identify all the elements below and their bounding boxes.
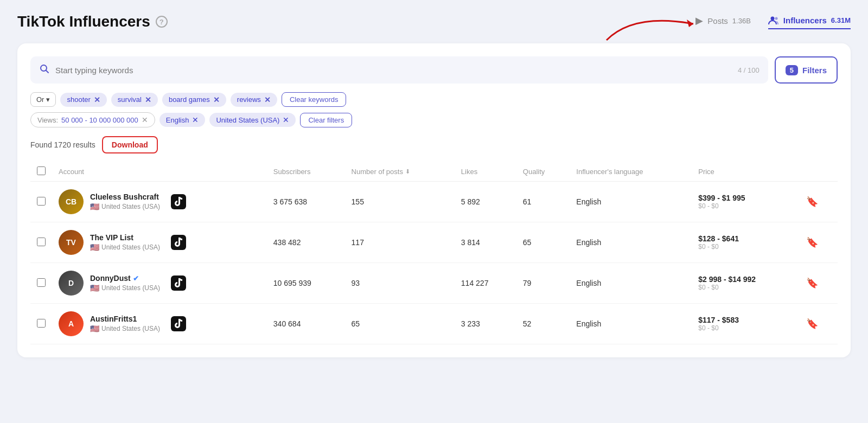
tiktok-icon[interactable] [171,316,186,331]
col-price: Price [692,162,799,182]
bookmark-icon[interactable]: 🔖 [806,318,818,329]
country-filter-tag[interactable]: United States (USA) ✕ [209,113,296,127]
search-input[interactable] [55,66,732,75]
language-filter-remove-icon[interactable]: ✕ [192,116,199,124]
tiktok-icon[interactable] [171,275,186,291]
likes-cell: 3 814 [455,222,516,263]
quality-cell: 52 [516,304,570,344]
avatar: A [59,311,84,336]
language-cell: English [570,222,692,263]
account-country: 🇺🇸 United States (USA) [90,243,160,252]
page-title: TikTok Influencers [17,13,150,30]
filters-label: Filters [802,66,827,75]
price-cell: $2 998 - $14 992 $0 - $0 [692,263,799,304]
tag-survival-remove-icon[interactable]: ✕ [145,95,151,104]
country-filter-remove-icon[interactable]: ✕ [283,116,289,124]
country-flag: 🇺🇸 [90,324,99,333]
country-name: United States (USA) [101,325,160,332]
views-label: Views: [37,116,58,124]
row-checkbox[interactable] [37,278,46,287]
row-checkbox[interactable] [37,197,46,206]
account-name: Clueless Bushcraft [90,193,160,201]
price-cell: $117 - $583 $0 - $0 [692,304,799,344]
price-main: $128 - $641 [698,234,793,243]
views-filter-remove-icon[interactable]: ✕ [142,116,148,124]
filters-badge: 5 [786,65,798,75]
tag-reviews-label: reviews [237,95,261,104]
bookmark-cell[interactable]: 🔖 [800,222,838,263]
bookmark-icon[interactable]: 🔖 [806,278,818,289]
col-posts[interactable]: Number of posts ⬇ [345,162,455,182]
price-cell: $399 - $1 995 $0 - $0 [692,182,799,222]
arrow-annotation [590,8,710,46]
results-count: Found 1720 results [30,140,95,149]
language-cell: English [570,263,692,304]
clear-filters-button[interactable]: Clear filters [300,113,352,127]
quality-cell: 61 [516,182,570,222]
tiktok-icon[interactable] [171,194,186,209]
bookmark-icon[interactable]: 🔖 [806,196,818,207]
account-name: DonnyDust✔ [90,274,160,283]
clear-keywords-button[interactable]: Clear keywords [282,92,347,107]
account-cell: TV The VIP List 🇺🇸 United States (USA) [52,222,267,263]
tag-reviews[interactable]: reviews ✕ [231,93,277,107]
select-all-checkbox[interactable] [37,166,46,175]
tag-survival-label: survival [118,95,142,104]
tiktok-icon[interactable] [171,235,186,250]
tag-survival[interactable]: survival ✕ [111,93,158,107]
col-language: Influencer's language [570,162,692,182]
bookmark-cell[interactable]: 🔖 [800,304,838,344]
account-name: AustinFritts1 [90,315,160,323]
language-filter-tag[interactable]: English ✕ [159,113,206,127]
table-row: A AustinFritts1 🇺🇸 United States (USA) [30,304,838,344]
account-info: DonnyDust✔ 🇺🇸 United States (USA) [90,274,160,292]
views-value: 50 000 - 10 000 000 000 [61,116,138,124]
bookmark-cell[interactable]: 🔖 [800,182,838,222]
subscribers-cell: 3 675 638 [267,182,345,222]
account-info: AustinFritts1 🇺🇸 United States (USA) [90,315,160,333]
tab-influencers[interactable]: Influencers 6.31M [768,14,851,29]
filters-button[interactable]: 5 Filters [775,56,838,84]
svg-point-1 [770,16,774,20]
price-main: $117 - $583 [698,316,793,324]
likes-cell: 3 233 [455,304,516,344]
views-filter-tag[interactable]: Views: 50 000 - 10 000 000 000 ✕ [30,112,155,127]
tag-shooter[interactable]: shooter ✕ [60,93,106,107]
posts-cell: 155 [345,182,455,222]
tab-posts[interactable]: ▶ Posts 1.36B [695,15,751,29]
table-row: TV The VIP List 🇺🇸 United States (USA) [30,222,838,263]
posts-icon: ▶ [695,15,703,27]
influencers-table: Account Subscribers Number of posts ⬇ Li… [30,162,838,344]
bookmark-icon[interactable]: 🔖 [806,237,818,248]
country-name: United States (USA) [101,203,160,210]
tab-posts-count: 1.36B [732,17,751,25]
language-label: English [166,116,189,124]
operator-chevron-icon: ▾ [46,95,50,104]
posts-cell: 93 [345,263,455,304]
row-checkbox[interactable] [37,319,46,328]
bookmark-cell[interactable]: 🔖 [800,263,838,304]
tag-board-games[interactable]: board games ✕ [162,93,226,107]
verified-icon: ✔ [133,274,139,283]
operator-dropdown[interactable]: Or ▾ [30,92,56,107]
search-row: 4 / 100 5 Filters [30,56,838,84]
posts-cell: 65 [345,304,455,344]
avatar: TV [59,230,84,255]
account-country: 🇺🇸 United States (USA) [90,284,160,292]
account-info: The VIP List 🇺🇸 United States (USA) [90,233,160,252]
subscribers-cell: 10 695 939 [267,263,345,304]
likes-cell: 5 892 [455,182,516,222]
price-cell: $128 - $641 $0 - $0 [692,222,799,263]
language-cell: English [570,304,692,344]
row-checkbox[interactable] [37,238,46,246]
tag-board-games-remove-icon[interactable]: ✕ [213,95,220,104]
tag-reviews-remove-icon[interactable]: ✕ [264,95,271,104]
help-icon[interactable]: ? [156,16,168,28]
price-sub: $0 - $0 [698,324,793,332]
price-main: $2 998 - $14 992 [698,275,793,284]
tag-shooter-remove-icon[interactable]: ✕ [94,95,100,104]
download-button[interactable]: Download [102,136,158,153]
col-subscribers: Subscribers [267,162,345,182]
country-name: United States (USA) [101,284,160,292]
row-checkbox-cell [30,263,52,304]
